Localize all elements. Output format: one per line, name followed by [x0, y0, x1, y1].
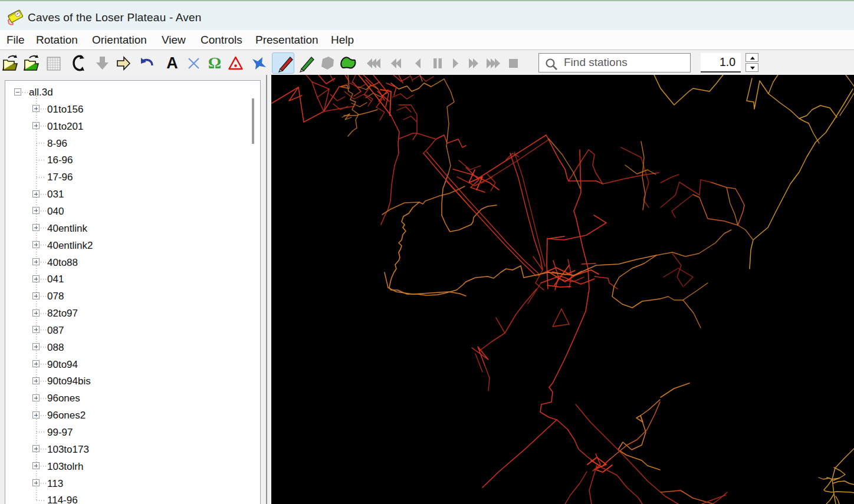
svg-text:Ω: Ω: [208, 54, 221, 72]
svg-text:A: A: [166, 54, 178, 72]
